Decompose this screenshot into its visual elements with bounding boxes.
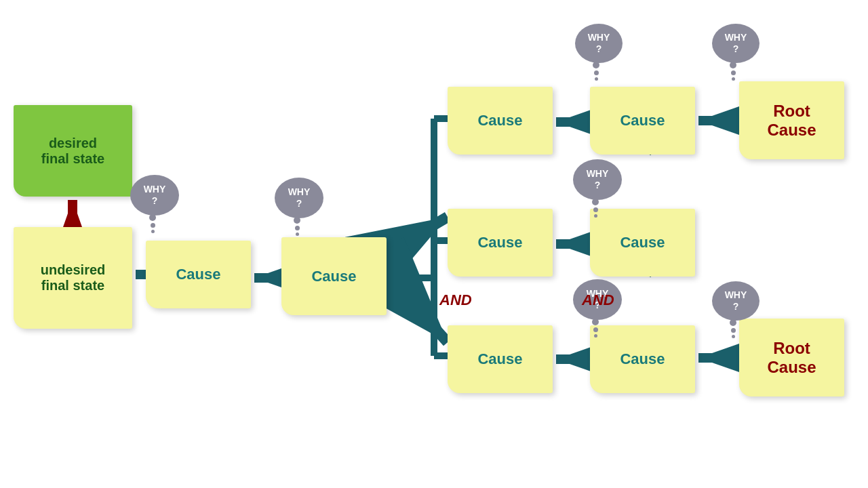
cause-node-bot: Cause [448, 325, 553, 393]
cause-node-1: Cause [146, 241, 251, 308]
svg-line-5 [390, 217, 448, 251]
cause-node-2: Cause [281, 237, 387, 315]
root-cause-1: Root Cause [739, 81, 844, 159]
cause-node-mid2: Cause [590, 209, 695, 277]
cause-node-top: Cause [448, 87, 553, 155]
and-label-1: AND [439, 291, 472, 309]
cause-node-mid: Cause [448, 209, 553, 277]
desired-final-state: desired final state [14, 105, 132, 197]
root-cause-2: Root Cause [739, 319, 844, 396]
undesired-final-state: undesired final state [14, 227, 132, 329]
cause-node-bot2: Cause [590, 325, 695, 393]
cause-node-top2: Cause [590, 87, 695, 155]
svg-line-6 [390, 278, 448, 342]
and-label-2: AND [582, 291, 614, 309]
